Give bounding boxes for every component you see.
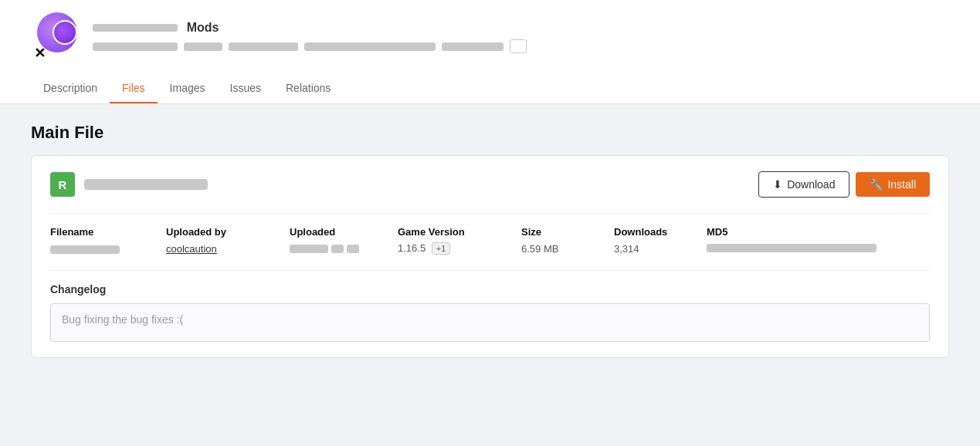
section-title: Main File — [31, 123, 949, 143]
col-header-uploaded: Uploaded — [290, 226, 398, 238]
install-button[interactable]: 🔧 Install — [856, 172, 930, 197]
changelog-box: Bug fixing the bug fixes :( — [50, 303, 930, 342]
tab-relations[interactable]: Relations — [273, 74, 343, 103]
meta-downloads: 3,314 — [614, 243, 707, 255]
meta-small-box — [510, 39, 527, 53]
game-version-value: 1.16.5 — [398, 242, 426, 254]
md5-blurred — [707, 244, 877, 252]
tab-images[interactable]: Images — [158, 74, 218, 103]
download-label: Download — [787, 178, 835, 191]
col-header-game-version: Game Version — [398, 226, 521, 238]
download-button[interactable]: ⬇ Download — [758, 171, 849, 198]
date-blurred-2 — [331, 245, 344, 253]
meta-headers: Filename Uploaded by Uploaded Game Versi… — [50, 226, 930, 238]
r-badge: R — [50, 172, 75, 197]
mod-name: Mods — [187, 21, 219, 34]
mod-name-row: Mods — [93, 21, 527, 35]
uploaded-date-blurred — [290, 245, 398, 253]
mod-avatar: ✕ — [31, 12, 80, 62]
meta-uploaded-by: coolcaution — [166, 243, 290, 255]
file-meta-table: Filename Uploaded by Uploaded Game Versi… — [50, 213, 930, 255]
meta-uploaded-date — [290, 245, 398, 253]
meta-size: 6.59 MB — [521, 243, 614, 255]
file-name-blurred — [84, 179, 208, 190]
meta-values: coolcaution 1.16.5 +1 — [50, 242, 930, 255]
col-header-md5: MD5 — [707, 226, 930, 238]
version-plus-badge: +1 — [432, 242, 451, 255]
header: ✕ Mods Descript — [0, 0, 980, 104]
col-header-downloads: Downloads — [614, 226, 707, 238]
tab-issues[interactable]: Issues — [218, 74, 273, 103]
meta-blurred-3 — [229, 42, 298, 51]
file-card: R ⬇ Download 🔧 Install Filen — [31, 155, 949, 358]
meta-md5 — [707, 243, 930, 255]
download-icon: ⬇ — [773, 178, 782, 191]
col-header-filename: Filename — [50, 226, 166, 238]
mod-name-blurred-prefix — [93, 24, 178, 32]
meta-blurred-2 — [184, 42, 222, 51]
date-blurred-1 — [290, 245, 328, 253]
meta-game-version: 1.16.5 +1 — [398, 242, 521, 255]
install-label: Install — [887, 178, 916, 191]
meta-filename — [50, 243, 166, 255]
date-blurred-3 — [347, 245, 359, 253]
tab-description[interactable]: Description — [31, 74, 110, 103]
meta-blurred-4 — [304, 42, 436, 51]
header-meta-row — [93, 39, 527, 53]
header-info: Mods — [93, 21, 527, 53]
tabs: Description Files Images Issues Relation… — [31, 74, 949, 103]
changelog-title: Changelog — [50, 283, 930, 296]
avatar-cross-icon: ✕ — [34, 45, 46, 62]
main-content: Main File R ⬇ Download 🔧 Install — [0, 104, 980, 377]
avatar-circle-small — [53, 20, 77, 45]
uploaded-by-link[interactable]: coolcaution — [166, 243, 217, 255]
meta-blurred-1 — [93, 42, 178, 51]
filename-blurred — [50, 245, 120, 254]
changelog-section: Changelog Bug fixing the bug fixes :( — [50, 270, 930, 342]
col-header-size: Size — [521, 226, 614, 238]
tab-files[interactable]: Files — [110, 74, 158, 103]
header-top: ✕ Mods — [31, 12, 949, 71]
file-header-left: R — [50, 172, 208, 197]
meta-blurred-5 — [442, 42, 504, 51]
file-actions: ⬇ Download 🔧 Install — [758, 171, 930, 198]
file-header-row: R ⬇ Download 🔧 Install — [50, 171, 930, 198]
col-header-uploaded-by: Uploaded by — [166, 226, 290, 238]
page-wrapper: ✕ Mods Descript — [0, 0, 980, 446]
install-icon: 🔧 — [870, 178, 883, 191]
